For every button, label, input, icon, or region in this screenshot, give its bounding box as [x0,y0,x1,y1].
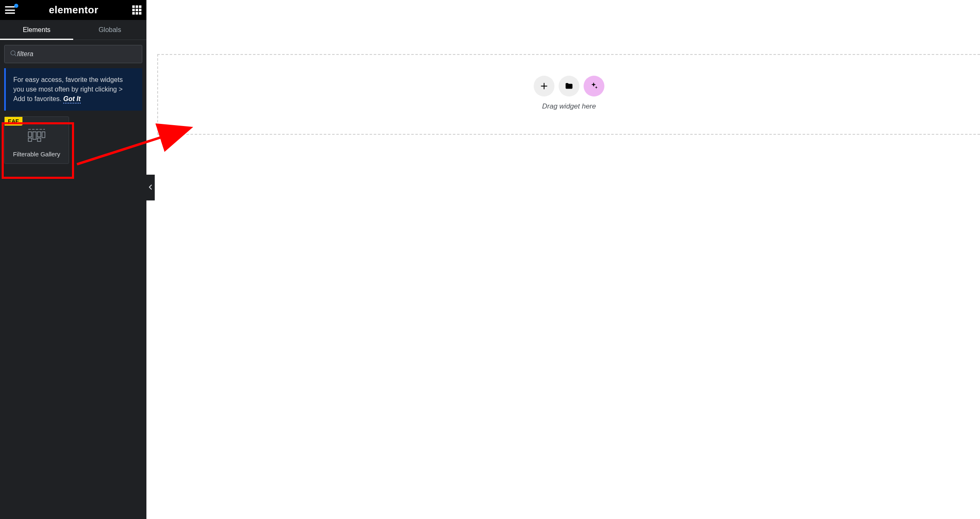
filterable-gallery-icon [27,129,46,145]
template-library-button[interactable] [559,76,579,96]
svg-rect-3 [28,132,32,137]
favorites-tip: For easy access, favorite the widgets yo… [4,68,142,111]
widget-search-input[interactable] [17,50,137,58]
favorites-tip-gotit[interactable]: Got It [63,95,81,104]
tab-globals-label: Globals [99,26,121,34]
hamburger-icon [5,6,15,14]
svg-line-1 [15,54,16,56]
widgets-list: EAE Filterable Gallery [0,116,146,164]
app-logo: elementor [49,4,98,16]
apps-grid-button[interactable] [132,5,141,15]
collapse-panel-button[interactable] [146,175,155,200]
svg-rect-8 [37,138,41,141]
chevron-left-icon [149,184,152,191]
editor-sidebar: elementor Elements Globals For e [0,0,146,519]
svg-rect-6 [42,132,45,138]
tab-elements[interactable]: Elements [0,20,73,40]
dropzone-buttons [534,76,604,96]
hamburger-menu[interactable] [5,6,15,14]
tab-globals[interactable]: Globals [73,20,146,40]
widget-filterable-gallery[interactable]: EAE Filterable Gallery [4,116,69,164]
search-wrapper [0,40,146,68]
svg-rect-4 [33,132,36,139]
editor-canvas: Drag widget here [146,0,980,519]
plus-icon [540,82,548,90]
search-icon [10,49,17,59]
sparkles-icon [589,82,599,91]
dropzone-hint: Drag widget here [542,102,596,111]
notification-dot-icon [14,4,18,8]
folder-icon [564,82,574,91]
panel-tabs: Elements Globals [0,20,146,40]
tab-elements-label: Elements [23,26,51,34]
svg-rect-5 [37,132,41,137]
search-box[interactable] [4,45,142,63]
sidebar-header: elementor [0,0,146,20]
widget-badge: EAE [5,117,22,126]
section-dropzone[interactable]: Drag widget here [157,54,980,135]
widget-label: Filterable Gallery [13,151,60,158]
add-section-button[interactable] [534,76,554,96]
ai-builder-button[interactable] [584,76,604,96]
svg-rect-7 [28,138,32,141]
